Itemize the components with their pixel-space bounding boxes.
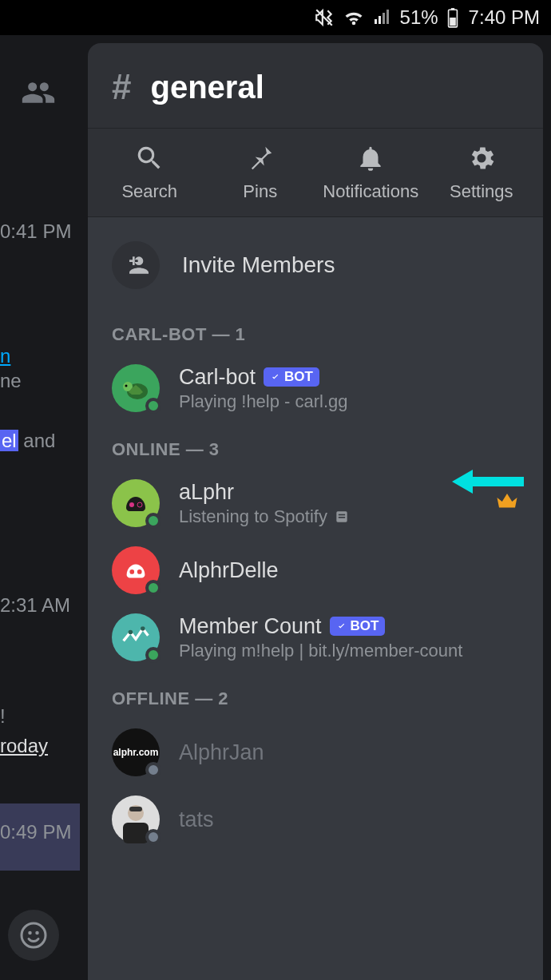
invite-members-icon xyxy=(112,241,160,289)
crown-icon xyxy=(495,490,519,517)
search-button[interactable]: Search xyxy=(94,143,205,202)
member-status: Playing !help - carl.gg xyxy=(179,391,348,412)
channel-header: # general xyxy=(88,43,543,129)
svg-point-6 xyxy=(35,931,39,935)
member-section-header: ONLINE — 3 xyxy=(88,422,543,470)
bg-text-frag: roday xyxy=(0,735,48,757)
settings-button[interactable]: Settings xyxy=(426,143,537,202)
notifications-button[interactable]: Notifications xyxy=(315,143,426,202)
friends-icon[interactable] xyxy=(21,75,56,113)
member-name: tats xyxy=(179,807,214,832)
invite-members-row[interactable]: Invite Members xyxy=(88,233,543,307)
rich-presence-icon xyxy=(334,509,350,525)
svg-point-18 xyxy=(129,630,133,635)
member-status: Listening to Spotify xyxy=(179,506,350,527)
bg-timestamp: 0:41 PM xyxy=(0,220,71,243)
clock: 7:40 PM xyxy=(469,6,540,29)
member-list[interactable]: Invite Members CARL-BOT — 1 Carl-bot BOT… xyxy=(88,217,543,980)
settings-label: Settings xyxy=(450,181,513,202)
vibrate-mute-icon xyxy=(314,7,335,28)
svg-point-9 xyxy=(125,385,128,387)
bg-link-frag: n xyxy=(0,345,10,367)
member-row[interactable]: Carl-bot BOT Playing !help - carl.gg xyxy=(88,355,543,422)
channel-actions: Search Pins Notifications Settings xyxy=(88,129,543,217)
svg-point-16 xyxy=(129,569,134,574)
member-name: Carl-bot BOT xyxy=(179,365,348,390)
svg-rect-2 xyxy=(450,8,454,10)
emoji-button[interactable] xyxy=(8,910,59,961)
pins-label: Pins xyxy=(243,181,277,202)
member-section-header: CARL-BOT — 1 xyxy=(88,307,543,355)
member-status: Playing m!help | bit.ly/member-count xyxy=(179,641,462,661)
avatar xyxy=(112,479,160,527)
android-status-bar: 51% 7:40 PM xyxy=(0,0,551,35)
cell-signal-icon xyxy=(373,8,392,27)
svg-point-19 xyxy=(141,626,145,631)
wifi-icon xyxy=(343,6,365,29)
pin-icon xyxy=(245,143,276,173)
svg-rect-22 xyxy=(123,823,149,843)
avatar xyxy=(112,613,160,661)
chat-background-sliver: 0:41 PM n ne el and 2:31 AM ! roday 0:49… xyxy=(0,35,80,980)
svg-point-10 xyxy=(129,502,134,507)
member-row[interactable]: aLphr Listening to Spotify xyxy=(88,470,543,537)
member-name: AlphrJan xyxy=(179,740,264,765)
search-icon xyxy=(134,143,165,173)
member-row[interactable]: alphr.com AlphrJan xyxy=(88,719,543,786)
svg-point-4 xyxy=(22,923,46,947)
gear-icon xyxy=(466,143,497,173)
bg-text-frag: ne xyxy=(0,370,22,392)
bg-timestamp: 0:49 PM xyxy=(0,821,71,843)
svg-rect-3 xyxy=(450,18,456,26)
svg-point-17 xyxy=(137,569,142,574)
member-section-header: OFFLINE — 2 xyxy=(88,671,543,719)
pins-button[interactable]: Pins xyxy=(205,143,316,202)
svg-rect-14 xyxy=(339,517,345,518)
avatar: alphr.com xyxy=(112,728,160,776)
svg-rect-21 xyxy=(129,807,142,811)
member-name: aLphr xyxy=(179,480,350,505)
search-label: Search xyxy=(121,181,177,202)
invite-members-label: Invite Members xyxy=(182,252,335,278)
bg-text-frag: el and xyxy=(0,430,55,452)
battery-icon xyxy=(446,7,459,28)
avatar xyxy=(112,364,160,412)
svg-rect-13 xyxy=(339,514,345,515)
channel-side-panel: # general Search Pins Notifications Sett… xyxy=(88,43,543,980)
bot-badge: BOT xyxy=(264,367,319,387)
hash-icon: # xyxy=(112,67,131,107)
svg-point-11 xyxy=(137,502,142,507)
member-row[interactable]: AlphrDelle xyxy=(88,537,543,604)
avatar xyxy=(112,796,160,843)
bg-text-frag: ! xyxy=(0,705,6,728)
svg-point-5 xyxy=(28,931,32,935)
member-name: Member Count BOT xyxy=(179,614,462,639)
notifications-label: Notifications xyxy=(323,181,418,202)
bot-badge: BOT xyxy=(330,617,386,636)
bell-icon xyxy=(355,143,386,173)
channel-name: general xyxy=(150,69,264,105)
member-row[interactable]: tats xyxy=(88,786,543,853)
member-name: AlphrDelle xyxy=(179,558,279,583)
bg-timestamp: 2:31 AM xyxy=(0,594,70,617)
avatar xyxy=(112,546,160,594)
member-row[interactable]: Member Count BOT Playing m!help | bit.ly… xyxy=(88,604,543,671)
battery-percent: 51% xyxy=(400,6,438,29)
